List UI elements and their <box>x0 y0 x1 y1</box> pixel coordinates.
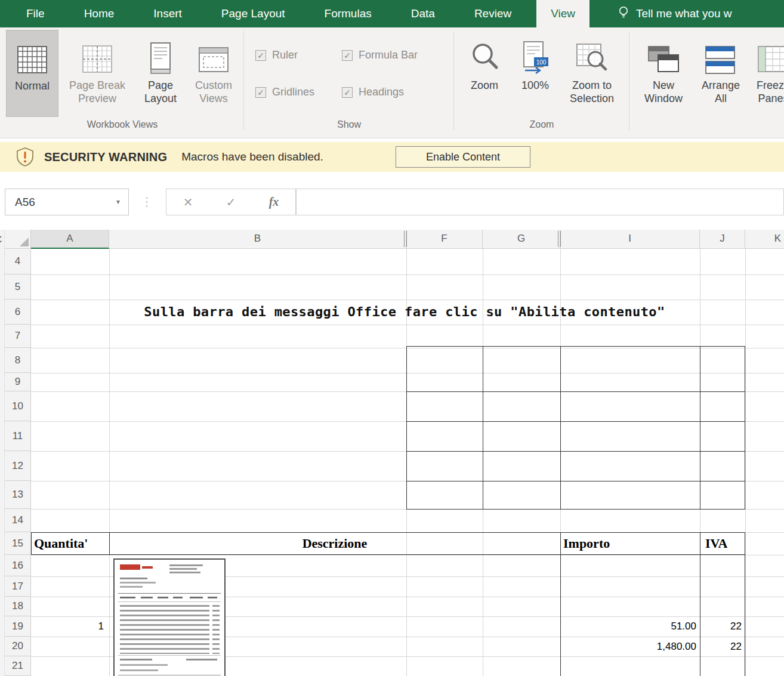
tab-data[interactable]: Data <box>397 0 449 27</box>
arrange-all-button[interactable]: Arrange All <box>696 30 746 117</box>
page-layout-view-icon <box>146 35 175 76</box>
page-break-preview-icon <box>80 35 115 76</box>
column-header-a[interactable]: A <box>31 230 109 249</box>
cell-j15-iva[interactable]: IVA <box>705 532 741 555</box>
hidden-columns-marker <box>404 231 407 247</box>
tell-me-label: Tell me what you w <box>636 7 732 20</box>
zoom-button[interactable]: Zoom <box>461 30 508 117</box>
column-header-g[interactable]: G <box>483 230 560 249</box>
row-header-18[interactable]: 18 <box>5 597 31 616</box>
insert-function-icon[interactable]: fx <box>269 195 279 209</box>
workbook-views-group-label: Workbook Views <box>6 119 239 130</box>
normal-view-label: Normal <box>15 79 50 92</box>
column-header-j[interactable]: J <box>700 230 745 249</box>
tab-file[interactable]: File <box>12 0 59 27</box>
cell-a19[interactable]: 1 <box>31 616 107 637</box>
page-layout-view-label: Page Layout <box>136 79 185 105</box>
row-header-6[interactable]: 6 <box>5 300 31 325</box>
row-header-13[interactable]: 13 <box>5 481 31 509</box>
zoom-group-label: Zoom <box>455 119 629 130</box>
custom-views-button[interactable]: Custom Views <box>186 30 241 117</box>
row-header-7[interactable]: 7 <box>5 325 31 348</box>
row-header-5[interactable]: 5 <box>5 274 31 300</box>
security-warning-message: Macros have been disabled. <box>181 150 323 163</box>
show-group-label: Show <box>246 119 452 130</box>
normal-view-button[interactable]: Normal <box>6 30 58 117</box>
tab-page-layout[interactable]: Page Layout <box>207 0 300 27</box>
normal-view-icon <box>15 35 50 77</box>
freeze-panes-label: Freeze Panes <box>748 79 784 105</box>
security-warning-title: SECURITY WARNING <box>44 150 167 164</box>
ruler-checkbox-box: ✓ <box>255 50 266 61</box>
zoom-100-button[interactable]: 100 100% <box>513 30 557 117</box>
select-all-triangle-icon <box>20 237 29 246</box>
zoom-to-selection-button[interactable]: Zoom to Selection <box>562 30 622 117</box>
headings-checkbox-box: ✓ <box>342 87 353 98</box>
name-box[interactable]: A56 ▼ <box>5 189 129 215</box>
ruler-checkbox[interactable]: ✓ Ruler <box>255 49 298 61</box>
row-header-8[interactable]: 8 <box>5 348 31 373</box>
cell-i19[interactable]: 51.00 <box>561 616 696 637</box>
column-header-f[interactable]: F <box>406 230 483 249</box>
invoice-thumbnail[interactable] <box>113 558 226 676</box>
zoom-to-selection-icon <box>575 35 609 76</box>
gridlines-label: Gridlines <box>272 86 314 98</box>
freeze-panes-button[interactable]: Freeze Panes <box>748 30 784 117</box>
svg-text:100: 100 <box>536 59 547 66</box>
row-header-20[interactable]: 20 <box>5 637 31 656</box>
column-header-k[interactable]: K <box>745 230 784 249</box>
tab-review[interactable]: Review <box>460 0 526 27</box>
formula-bar-buttons: ✕ ✓ fx <box>166 189 296 215</box>
row-header-19[interactable]: 19 <box>5 616 31 637</box>
formula-input[interactable] <box>296 189 784 215</box>
tab-view[interactable]: View <box>536 0 589 27</box>
tab-formulas[interactable]: Formulas <box>310 0 386 27</box>
row-header-14[interactable]: 14 <box>5 509 31 532</box>
row-header-16[interactable]: 16 <box>5 555 31 576</box>
page-break-preview-button[interactable]: Page Break Preview <box>61 30 134 117</box>
name-box-dropdown-icon[interactable]: ▼ <box>115 189 121 215</box>
column-header-b[interactable]: B <box>109 230 406 249</box>
headings-checkbox[interactable]: ✓ Headings <box>342 86 404 98</box>
lightbulb-icon <box>617 5 630 23</box>
page-layout-view-button[interactable]: Page Layout <box>136 30 185 117</box>
row-header-15[interactable]: 15 <box>5 532 31 555</box>
ribbon-tab-bar: File Home Insert Page Layout Formulas Da… <box>0 0 784 27</box>
row-header-4[interactable]: 4 <box>5 249 31 274</box>
ribbon-group-separator <box>453 31 454 130</box>
formula-bar-checkbox[interactable]: ✓ Formula Bar <box>342 49 418 61</box>
enable-content-button[interactable]: Enable Content <box>396 146 530 168</box>
cell-b6-message[interactable]: Sulla barra dei messaggi Office fare cli… <box>109 300 700 325</box>
formula-bar: A56 ▼ ⋮ ✕ ✓ fx <box>0 172 784 230</box>
row-header-11[interactable]: 11 <box>5 421 31 451</box>
row-header-9[interactable]: 9 <box>5 373 31 391</box>
row-header-12[interactable]: 12 <box>5 451 31 481</box>
tab-home[interactable]: Home <box>70 0 129 27</box>
cell-i20[interactable]: 1,480.00 <box>561 637 696 656</box>
custom-views-icon <box>196 35 231 76</box>
cell-j19[interactable]: 22 <box>701 616 742 637</box>
cell-j20[interactable]: 22 <box>701 637 742 656</box>
cell-i15-importo[interactable]: Importo <box>563 532 659 555</box>
cell-b15-descrizione[interactable]: Descrizione <box>109 532 560 555</box>
ribbon-group-separator <box>243 31 244 130</box>
row-header-17[interactable]: 17 <box>5 576 31 597</box>
tell-me-box[interactable]: Tell me what you w <box>617 0 732 27</box>
formula-bar-separator-icon: ⋮ <box>141 189 153 215</box>
excel-window: File Home Insert Page Layout Formulas Da… <box>0 0 784 676</box>
new-window-label: New Window <box>641 79 686 105</box>
zoom-to-selection-label: Zoom to Selection <box>562 79 622 105</box>
select-all-button[interactable] <box>5 230 31 249</box>
gridlines-checkbox[interactable]: ✓ Gridlines <box>255 86 314 98</box>
row-header-21[interactable]: 21 <box>5 656 31 676</box>
cell-a15-quantita[interactable]: Quantita' <box>34 532 108 555</box>
enter-icon[interactable]: ✓ <box>226 195 236 209</box>
zoom-icon <box>467 35 502 76</box>
cancel-icon[interactable]: ✕ <box>183 195 193 209</box>
new-window-button[interactable]: New Window <box>641 30 686 117</box>
column-header-i[interactable]: I <box>560 230 700 249</box>
tab-insert[interactable]: Insert <box>139 0 196 27</box>
formula-bar-checkbox-box: ✓ <box>342 50 353 61</box>
row-header-10[interactable]: 10 <box>5 391 31 421</box>
formula-bar-label: Formula Bar <box>359 49 418 61</box>
